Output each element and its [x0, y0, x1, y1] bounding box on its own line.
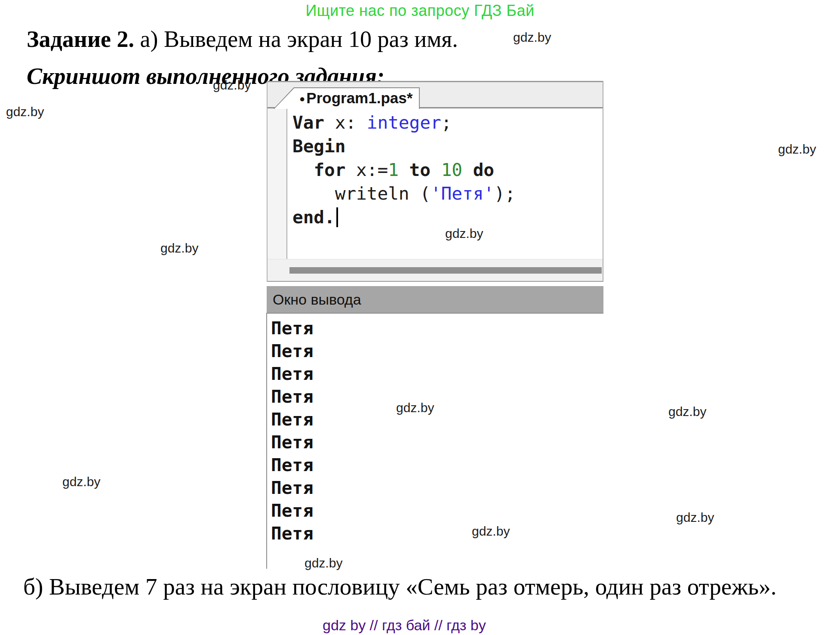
output-line: Петя — [271, 477, 314, 499]
task-number-label: Задание 2. — [27, 26, 134, 52]
code-token: ); — [494, 183, 515, 204]
output-window-title: Окно вывода — [273, 291, 361, 308]
modified-dot-icon: ● — [299, 94, 305, 104]
code-line: end. — [292, 206, 515, 229]
code-token: writeln ( — [292, 183, 431, 204]
gdz-watermark: gdz.by — [396, 401, 434, 415]
tab-label: ●Program1.pas* — [299, 87, 412, 109]
output-line: Петя — [271, 340, 314, 363]
promo-banner: Ищите нас по запросу ГДЗ Бай — [0, 2, 840, 20]
code-token: end. — [292, 207, 335, 228]
output-line: Петя — [271, 454, 314, 477]
gdz-watermark: gdz.by — [445, 226, 483, 241]
code-editor-panel: ●Program1.pas* Var x: integer;Begin for … — [267, 81, 603, 282]
code-token: x:= — [345, 160, 388, 180]
code-editor[interactable]: Var x: integer;Begin for x:=1 to 10 do w… — [268, 108, 603, 259]
output-line: Петя — [271, 385, 314, 408]
code-token: Begin — [292, 136, 345, 157]
code-line: writeln ('Петя'); — [292, 182, 515, 206]
output-line: Петя — [271, 499, 314, 522]
code-token: for — [314, 160, 345, 180]
editor-gutter — [268, 108, 287, 259]
gdz-watermark: gdz.by — [6, 105, 44, 119]
output-line: Петя — [271, 363, 314, 385]
gdz-watermark: gdz.by — [160, 241, 198, 256]
code-token — [292, 160, 314, 180]
code-block: Var x: integer;Begin for x:=1 to 10 do w… — [292, 111, 515, 229]
gdz-watermark: gdz.by — [513, 30, 551, 45]
page-root: { "page": { "promo_header": "Ищите нас п… — [0, 0, 840, 635]
output-line: Петя — [271, 431, 314, 454]
text-cursor-icon — [336, 207, 338, 227]
task-b-text: б) Выведем 7 раз на экран пословицу «Сем… — [23, 573, 776, 600]
code-token: to — [409, 160, 431, 180]
editor-tab-bar: ●Program1.pas* — [268, 81, 603, 108]
code-token: x: — [324, 112, 367, 133]
tab-title-text: Program1.pas* — [306, 89, 412, 107]
output-line: Петя — [271, 522, 314, 545]
code-line: for x:=1 to 10 do — [292, 158, 515, 182]
output-window: ПетяПетяПетяПетяПетяПетяПетяПетяПетяПетя — [266, 313, 603, 569]
gdz-watermark: gdz.by — [472, 524, 510, 539]
gdz-watermark: gdz.by — [778, 142, 816, 157]
code-token: ; — [441, 112, 452, 133]
code-token: do — [473, 160, 494, 180]
horizontal-scrollbar-thumb[interactable] — [289, 267, 602, 274]
code-token: 1 — [388, 160, 399, 180]
code-token — [399, 160, 409, 180]
task-a-text: а) Выведем на экран 10 раз имя. — [134, 26, 458, 52]
horizontal-scrollbar[interactable] — [268, 259, 603, 281]
output-lines: ПетяПетяПетяПетяПетяПетяПетяПетяПетяПетя — [271, 317, 314, 545]
output-window-header: Окно вывода — [267, 286, 603, 313]
gdz-watermark: gdz.by — [305, 556, 342, 570]
editor-tab-program1[interactable]: ●Program1.pas* — [274, 87, 420, 109]
gdz-watermark: gdz.by — [213, 78, 251, 92]
code-token: integer — [367, 112, 441, 133]
gdz-watermark: gdz.by — [676, 510, 714, 525]
task-heading: Задание 2. а) Выведем на экран 10 раз им… — [27, 26, 458, 52]
gdz-watermark: gdz.by — [668, 404, 706, 419]
footer-tags: gdz by // гдз бай // гдз by — [323, 617, 486, 634]
code-token: 'Петя' — [431, 183, 494, 204]
code-token: 10 — [441, 160, 462, 180]
output-line: Петя — [271, 408, 314, 431]
output-line: Петя — [271, 317, 314, 340]
code-token — [462, 160, 473, 180]
code-token — [431, 160, 441, 180]
code-line: Begin — [292, 135, 515, 158]
code-line: Var x: integer; — [292, 111, 515, 135]
code-token: Var — [292, 112, 324, 133]
gdz-watermark: gdz.by — [62, 475, 100, 489]
